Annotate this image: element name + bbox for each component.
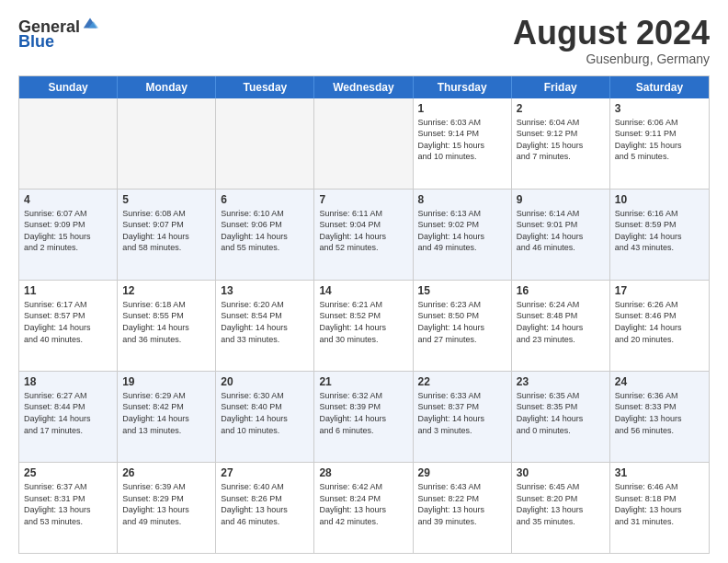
day-num-22: 22 <box>418 375 506 388</box>
day-num-15: 15 <box>418 284 506 297</box>
day-info-21: Sunrise: 6:32 AM Sunset: 8:39 PM Dayligh… <box>319 390 407 436</box>
cal-cell-4-6: 31Sunrise: 6:46 AM Sunset: 8:18 PM Dayli… <box>610 463 709 553</box>
page: General Blue August 2024 Gusenburg, Germ… <box>0 0 728 563</box>
day-info-23: Sunrise: 6:35 AM Sunset: 8:35 PM Dayligh… <box>517 390 605 436</box>
dow-wednesday: Wednesday <box>314 76 413 98</box>
day-num-14: 14 <box>319 284 407 297</box>
cal-cell-3-0: 18Sunrise: 6:27 AM Sunset: 8:44 PM Dayli… <box>19 372 118 462</box>
day-num-30: 30 <box>517 466 605 479</box>
day-num-3: 3 <box>615 102 704 115</box>
day-info-14: Sunrise: 6:21 AM Sunset: 8:52 PM Dayligh… <box>319 299 407 345</box>
day-info-2: Sunrise: 6:04 AM Sunset: 9:12 PM Dayligh… <box>517 117 605 163</box>
day-num-31: 31 <box>615 466 704 479</box>
cal-cell-3-2: 20Sunrise: 6:30 AM Sunset: 8:40 PM Dayli… <box>216 372 314 462</box>
day-num-6: 6 <box>221 193 309 206</box>
cal-cell-0-0 <box>19 98 118 189</box>
cal-cell-2-0: 11Sunrise: 6:17 AM Sunset: 8:57 PM Dayli… <box>19 281 118 371</box>
day-num-20: 20 <box>221 375 309 388</box>
cal-cell-1-6: 10Sunrise: 6:16 AM Sunset: 8:59 PM Dayli… <box>610 190 709 280</box>
cal-cell-0-3 <box>314 98 413 189</box>
cal-cell-3-5: 23Sunrise: 6:35 AM Sunset: 8:35 PM Dayli… <box>512 372 610 462</box>
day-num-10: 10 <box>615 193 704 206</box>
cal-cell-3-6: 24Sunrise: 6:36 AM Sunset: 8:33 PM Dayli… <box>610 372 709 462</box>
cal-cell-0-6: 3Sunrise: 6:06 AM Sunset: 9:11 PM Daylig… <box>610 98 709 189</box>
dow-monday: Monday <box>118 76 216 98</box>
day-info-13: Sunrise: 6:20 AM Sunset: 8:54 PM Dayligh… <box>221 299 309 345</box>
day-num-13: 13 <box>221 284 309 297</box>
month-title: August 2024 <box>513 15 710 52</box>
cal-cell-1-5: 9Sunrise: 6:14 AM Sunset: 9:01 PM Daylig… <box>512 190 610 280</box>
day-info-16: Sunrise: 6:24 AM Sunset: 8:48 PM Dayligh… <box>517 299 605 345</box>
dow-thursday: Thursday <box>414 76 512 98</box>
header: General Blue August 2024 Gusenburg, Germ… <box>18 15 710 66</box>
day-info-3: Sunrise: 6:06 AM Sunset: 9:11 PM Dayligh… <box>615 117 704 163</box>
dow-tuesday: Tuesday <box>216 76 314 98</box>
location: Gusenburg, Germany <box>513 52 710 66</box>
cal-row-3: 18Sunrise: 6:27 AM Sunset: 8:44 PM Dayli… <box>19 372 709 463</box>
day-num-24: 24 <box>615 375 704 388</box>
cal-cell-1-4: 8Sunrise: 6:13 AM Sunset: 9:02 PM Daylig… <box>414 190 512 280</box>
day-num-25: 25 <box>24 466 112 479</box>
cal-cell-0-4: 1Sunrise: 6:03 AM Sunset: 9:14 PM Daylig… <box>414 98 512 189</box>
day-info-7: Sunrise: 6:11 AM Sunset: 9:04 PM Dayligh… <box>319 208 407 254</box>
cal-cell-2-1: 12Sunrise: 6:18 AM Sunset: 8:55 PM Dayli… <box>118 281 216 371</box>
day-info-22: Sunrise: 6:33 AM Sunset: 8:37 PM Dayligh… <box>418 390 506 436</box>
day-info-24: Sunrise: 6:36 AM Sunset: 8:33 PM Dayligh… <box>615 390 704 436</box>
calendar-header: Sunday Monday Tuesday Wednesday Thursday… <box>19 76 709 98</box>
dow-sunday: Sunday <box>19 76 118 98</box>
day-info-19: Sunrise: 6:29 AM Sunset: 8:42 PM Dayligh… <box>122 390 210 436</box>
day-num-7: 7 <box>319 193 407 206</box>
cal-cell-3-3: 21Sunrise: 6:32 AM Sunset: 8:39 PM Dayli… <box>314 372 413 462</box>
day-num-21: 21 <box>319 375 407 388</box>
cal-cell-1-3: 7Sunrise: 6:11 AM Sunset: 9:04 PM Daylig… <box>314 190 413 280</box>
logo-text: General Blue <box>18 18 98 50</box>
dow-friday: Friday <box>512 76 610 98</box>
cal-cell-0-2 <box>216 98 314 189</box>
cal-cell-1-1: 5Sunrise: 6:08 AM Sunset: 9:07 PM Daylig… <box>118 190 216 280</box>
day-info-20: Sunrise: 6:30 AM Sunset: 8:40 PM Dayligh… <box>221 390 309 436</box>
cal-cell-1-0: 4Sunrise: 6:07 AM Sunset: 9:09 PM Daylig… <box>19 190 118 280</box>
cal-cell-2-4: 15Sunrise: 6:23 AM Sunset: 8:50 PM Dayli… <box>414 281 512 371</box>
day-info-10: Sunrise: 6:16 AM Sunset: 8:59 PM Dayligh… <box>615 208 704 254</box>
day-num-9: 9 <box>517 193 605 206</box>
cal-row-0: 1Sunrise: 6:03 AM Sunset: 9:14 PM Daylig… <box>19 98 709 190</box>
cal-cell-0-1 <box>118 98 216 189</box>
dow-saturday: Saturday <box>610 76 709 98</box>
cal-row-1: 4Sunrise: 6:07 AM Sunset: 9:09 PM Daylig… <box>19 190 709 281</box>
day-info-30: Sunrise: 6:45 AM Sunset: 8:20 PM Dayligh… <box>517 481 605 527</box>
day-info-25: Sunrise: 6:37 AM Sunset: 8:31 PM Dayligh… <box>24 481 112 527</box>
day-num-11: 11 <box>24 284 112 297</box>
cal-cell-4-2: 27Sunrise: 6:40 AM Sunset: 8:26 PM Dayli… <box>216 463 314 553</box>
day-num-12: 12 <box>122 284 210 297</box>
day-info-15: Sunrise: 6:23 AM Sunset: 8:50 PM Dayligh… <box>418 299 506 345</box>
cal-row-2: 11Sunrise: 6:17 AM Sunset: 8:57 PM Dayli… <box>19 281 709 372</box>
day-num-5: 5 <box>122 193 210 206</box>
day-info-28: Sunrise: 6:42 AM Sunset: 8:24 PM Dayligh… <box>319 481 407 527</box>
day-num-27: 27 <box>221 466 309 479</box>
day-num-8: 8 <box>418 193 506 206</box>
cal-cell-4-1: 26Sunrise: 6:39 AM Sunset: 8:29 PM Dayli… <box>118 463 216 553</box>
cal-cell-3-1: 19Sunrise: 6:29 AM Sunset: 8:42 PM Dayli… <box>118 372 216 462</box>
calendar-body: 1Sunrise: 6:03 AM Sunset: 9:14 PM Daylig… <box>19 98 709 553</box>
logo-blue: Blue <box>18 33 98 50</box>
cal-cell-2-3: 14Sunrise: 6:21 AM Sunset: 8:52 PM Dayli… <box>314 281 413 371</box>
logo-icon <box>82 15 98 31</box>
day-num-26: 26 <box>122 466 210 479</box>
day-info-1: Sunrise: 6:03 AM Sunset: 9:14 PM Dayligh… <box>418 117 506 163</box>
cal-cell-2-5: 16Sunrise: 6:24 AM Sunset: 8:48 PM Dayli… <box>512 281 610 371</box>
day-info-11: Sunrise: 6:17 AM Sunset: 8:57 PM Dayligh… <box>24 299 112 345</box>
day-info-17: Sunrise: 6:26 AM Sunset: 8:46 PM Dayligh… <box>615 299 704 345</box>
cal-cell-3-4: 22Sunrise: 6:33 AM Sunset: 8:37 PM Dayli… <box>414 372 512 462</box>
day-info-27: Sunrise: 6:40 AM Sunset: 8:26 PM Dayligh… <box>221 481 309 527</box>
day-info-31: Sunrise: 6:46 AM Sunset: 8:18 PM Dayligh… <box>615 481 704 527</box>
day-num-2: 2 <box>517 102 605 115</box>
cal-row-4: 25Sunrise: 6:37 AM Sunset: 8:31 PM Dayli… <box>19 463 709 553</box>
day-info-6: Sunrise: 6:10 AM Sunset: 9:06 PM Dayligh… <box>221 208 309 254</box>
cal-cell-4-4: 29Sunrise: 6:43 AM Sunset: 8:22 PM Dayli… <box>414 463 512 553</box>
day-num-29: 29 <box>418 466 506 479</box>
day-info-9: Sunrise: 6:14 AM Sunset: 9:01 PM Dayligh… <box>517 208 605 254</box>
cal-cell-4-3: 28Sunrise: 6:42 AM Sunset: 8:24 PM Dayli… <box>314 463 413 553</box>
day-num-16: 16 <box>517 284 605 297</box>
cal-cell-0-5: 2Sunrise: 6:04 AM Sunset: 9:12 PM Daylig… <box>512 98 610 189</box>
day-info-29: Sunrise: 6:43 AM Sunset: 8:22 PM Dayligh… <box>418 481 506 527</box>
